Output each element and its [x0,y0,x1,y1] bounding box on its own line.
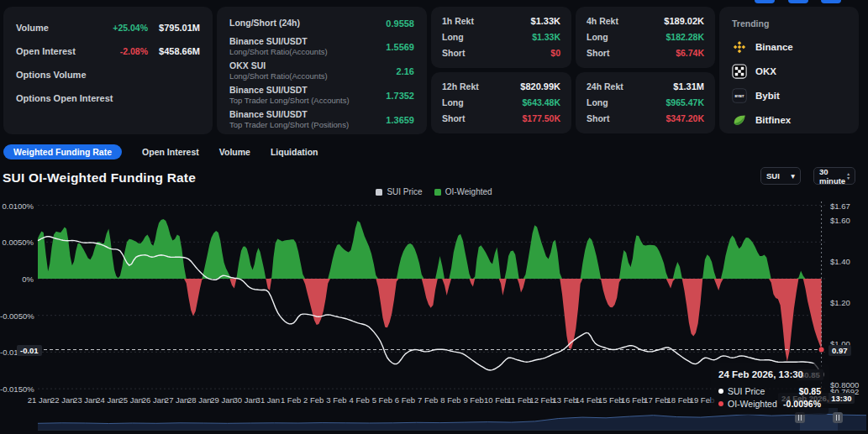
ls-sublabel: Long/Short Ratio(Accounts) [229,71,397,81]
navigator-area [38,414,866,430]
ls-label: OKX SUI [229,60,397,71]
exchange-name: OKX [755,66,776,76]
trending-panel: Trending Binance OKX BYBIT Bybit [719,7,859,133]
legend-item-sui-price[interactable]: SUI Price [376,187,422,196]
rekt-total: $189.02K [664,16,704,26]
ls-row: OKX SUI Long/Short Ratio(Accounts) 2.16 [229,60,414,81]
legend-item-oi-weighted[interactable]: OI-Weighted [434,187,492,196]
rekt-title: 4h Rekt [587,16,664,26]
y-axis-left-label: 0.0100% [0,201,34,211]
tab-volume[interactable]: Volume [219,144,250,159]
stat-label: Options Volume [16,70,200,80]
tooltip-date: 24 Feb 2026, 13:30 [718,369,821,379]
tab-weighted-funding-rate[interactable]: Weighted Funding Rate [3,144,122,159]
rekt-short-label: Short [442,48,550,58]
ls-row: Long/Short (24h) 0.9558 [229,18,414,29]
funding-area-positive [38,219,822,279]
rekt-short-value: $177.50K [522,113,560,123]
page-title: SUI OI-Weighted Funding Rate [3,170,196,186]
rekt-long-label: Long [442,32,532,42]
stat-value: $458.66M [156,46,200,56]
y-axis-left-label: -0.0050% [0,311,34,321]
bybit-icon: BYBIT [732,88,747,103]
rekt-short-label: Short [442,113,522,123]
y-axis-right-label: $1.67 [830,201,850,211]
tooltip-label: SUI Price [728,386,795,396]
series-dot [718,401,723,406]
interval-select[interactable]: 30 minute ▴▾ [813,167,855,185]
trending-item-okx[interactable]: OKX [732,64,846,79]
trending-item-bitfinex[interactable]: Bitfinex [732,112,846,128]
chart-tooltip: 24 Feb 2026, 13:30 SUI Price $0.85 OI-We… [711,363,829,415]
exchange-name: Binance [755,42,793,52]
legend-swatch [376,189,382,196]
y-axis-right-label: $1.20 [830,298,850,307]
tooltip-row: SUI Price $0.85 [718,386,821,396]
rekt-long-value: $1.33K [532,32,560,42]
tooltip-value: -0.0096% [783,399,821,409]
rekt-short-value: $0 [550,48,560,58]
stat-row-open-interest: Open Interest -2.08% $458.66M [16,44,200,58]
cutoff-button[interactable] [821,0,841,3]
market-overview-panel: Volume +25.04% $795.01M Open Interest -2… [3,7,213,134]
rekt-long-value: $965.47K [665,97,704,107]
caret-down-icon: ▾ [791,171,795,180]
funding-current-badge: -0.01 [17,345,42,356]
trending-item-binance[interactable]: Binance [732,39,846,55]
trending-item-bybit[interactable]: BYBIT Bybit [732,88,846,103]
trending-title: Trending [732,18,846,29]
y-axis-left-label: -0.0150% [0,384,34,394]
ls-value: 1.3659 [386,115,414,125]
rekt-long-label: Long [442,97,522,107]
okx-icon [732,64,747,79]
rekt-short-label: Short [587,113,665,123]
funding-area-negative [38,279,822,362]
symbol-select[interactable]: SUI ▾ [760,167,801,185]
funding-rate-dashboard: Volume +25.04% $795.01M Open Interest -2… [0,0,868,434]
ls-sublabel: Top Trader Long/Short (Positions) [229,120,386,130]
price-marker-dot [819,348,824,353]
rekt-title: 24h Rekt [587,81,673,92]
long-short-ratios-panel: Long/Short (24h) 0.9558 Binance SUI/USDT… [217,7,427,134]
legend-swatch [434,189,441,196]
symbol-select-value: SUI [766,171,780,180]
tooltip-row: OI-Weighted -0.0096% [718,399,821,409]
stat-label: Options Open Interest [16,93,200,103]
tab-open-interest[interactable]: Open Interest [142,144,199,159]
legend-label: SUI Price [387,187,422,196]
binance-icon [732,39,747,55]
rekt-long-value: $182.28K [665,32,704,42]
spinner-icon: ▴▾ [847,172,850,180]
ls-row: Binance SUI/USDT Long/Short Ratio(Accoun… [229,36,414,57]
ls-value: 2.16 [397,66,414,76]
tooltip-label: OI-Weighted [728,399,779,409]
rekt-total: $820.99K [520,81,560,92]
rekt-short-value: $6.74K [676,48,704,58]
ls-label: Binance SUI/USDT [229,36,386,47]
rekt-4h-panel: 4h Rekt$189.02K Long$182.28K Short$6.74K [576,7,715,68]
stat-change: -2.08% [120,46,148,56]
navigator-handle[interactable] [833,412,843,423]
rekt-long-label: Long [587,97,665,107]
rekt-title: 12h Rekt [442,81,520,92]
ls-value: 1.5569 [386,42,414,52]
tooltip-value: $0.85 [799,386,821,396]
interval-select-value: 30 minute [819,167,847,186]
cutoff-button[interactable] [788,0,808,3]
rekt-short-label: Short [587,48,676,58]
series-dot [718,389,723,394]
tab-liquidation[interactable]: Liquidation [271,144,318,159]
rekt-total: $1.31M [673,81,704,92]
rekt-short-value: $347.20K [665,113,704,123]
cutoff-button[interactable] [755,0,775,3]
exchange-name: Bitfinex [755,115,791,125]
rekt-title: 1h Rekt [442,16,531,26]
stat-label: Open Interest [16,46,120,56]
ls-sublabel: Top Trader Long/Short (Accounts) [229,96,386,106]
stat-row-options-open-interest: Options Open Interest [16,91,200,105]
ls-value: 0.9558 [386,18,414,29]
y-axis-left-label: 0.0050% [0,238,34,247]
exchange-name: Bybit [755,91,780,101]
chart-tabbar: Weighted Funding Rate Open Interest Volu… [3,144,318,159]
rekt-long-value: $643.48K [522,97,560,107]
